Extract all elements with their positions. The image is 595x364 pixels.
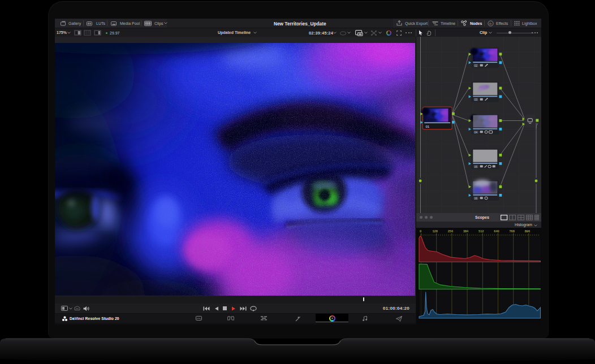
svg-text:03: 03 <box>474 98 477 101</box>
svg-text:06: 06 <box>474 197 477 200</box>
svg-text:384: 384 <box>463 229 469 233</box>
svg-text:896: 896 <box>525 229 530 233</box>
svg-text:640: 640 <box>494 229 499 233</box>
svg-text:128: 128 <box>433 229 438 233</box>
svg-text:fx: fx <box>489 22 492 25</box>
svg-text:768: 768 <box>510 229 515 233</box>
svg-text:512: 512 <box>478 229 484 233</box>
svg-text:256: 256 <box>448 229 453 233</box>
svg-text:02: 02 <box>474 64 477 67</box>
svg-text:04: 04 <box>474 131 477 134</box>
svg-text:05: 05 <box>474 165 477 168</box>
svg-text:0: 0 <box>420 229 421 233</box>
svg-text:01: 01 <box>426 125 430 128</box>
